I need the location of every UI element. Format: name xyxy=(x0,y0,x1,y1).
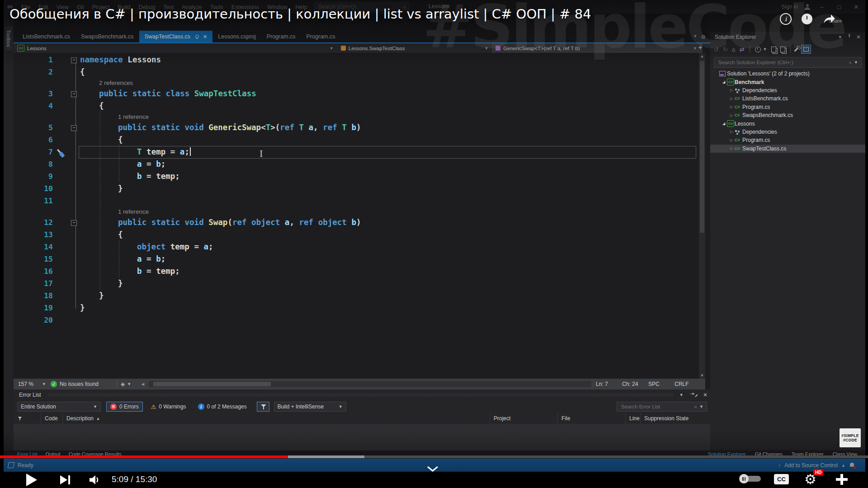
toolbox-tab[interactable]: Toolbox xyxy=(5,26,13,51)
fullscreen-button[interactable] xyxy=(836,474,848,485)
solution-explorer-search-box[interactable]: ⌕ ▼ xyxy=(714,57,862,68)
health-status[interactable]: No issues found xyxy=(60,381,99,387)
quick-actions-screwdriver-icon[interactable] xyxy=(55,148,67,161)
fold-collapse-icon[interactable]: − xyxy=(71,220,77,226)
expander-collapsed-icon[interactable]: ▷ xyxy=(728,97,735,101)
expander-expanded-icon[interactable]: ◢ xyxy=(721,80,727,84)
home-icon[interactable]: ⌂ xyxy=(732,46,736,53)
chevron-down-icon[interactable] xyxy=(427,466,439,474)
scrollbar-thumb[interactable] xyxy=(700,61,704,233)
tab-program-cs[interactable]: Program.cs xyxy=(261,31,301,42)
editor-vertical-scrollbar[interactable]: ▲ ▼ xyxy=(699,53,705,379)
tab-program-cs[interactable]: Program.cs xyxy=(301,31,341,42)
warnings-filter-button[interactable]: ⚠ 0 Warnings xyxy=(147,402,190,412)
expander-collapsed-icon[interactable]: ▷ xyxy=(728,105,735,109)
scroll-up-icon[interactable]: ▲ xyxy=(699,54,705,58)
channel-logo-watermark[interactable]: #SIMPLE #CODE xyxy=(840,428,861,447)
tab-lessons-csproj[interactable]: Lessons.csproj xyxy=(212,31,261,42)
code-line[interactable]: 20 xyxy=(14,314,699,326)
close-icon[interactable]: ✕ xyxy=(203,34,207,40)
pending-changes-filter-icon[interactable] xyxy=(755,47,761,52)
scope-dropdown[interactable]: Entire Solution ▼ xyxy=(17,402,101,412)
errors-filter-button[interactable]: ✕ 0 Errors xyxy=(106,402,143,412)
scrollbar-thumb[interactable] xyxy=(153,382,271,386)
fold-collapse-icon[interactable]: − xyxy=(71,91,77,97)
chevron-down-icon[interactable]: ▼ xyxy=(679,393,684,397)
video-title[interactable]: Обобщения в C# | производительность | ко… xyxy=(9,6,591,22)
tab-swaptestclass-cs[interactable]: SwapTestClass.cs✕ xyxy=(139,31,213,42)
fold-collapse-icon[interactable]: − xyxy=(71,57,77,63)
tree-item-dependencies[interactable]: ▷Dependencies xyxy=(710,128,865,136)
code-line[interactable]: 16b = temp; xyxy=(14,265,699,277)
expander-collapsed-icon[interactable]: ▷ xyxy=(728,113,735,117)
forward-icon[interactable]: ↻ xyxy=(723,46,728,53)
notifications-bell-icon[interactable] xyxy=(849,462,855,469)
code-line[interactable]: 2{ xyxy=(14,66,699,78)
tree-item-listsbenchmark-cs[interactable]: ▷C#ListsBenchmark.cs xyxy=(710,94,865,103)
code-line[interactable]: 9b = temp; xyxy=(14,170,699,183)
error-list-body[interactable] xyxy=(14,424,712,450)
code-line[interactable]: 4{ xyxy=(14,100,699,112)
captions-button[interactable]: CC xyxy=(774,474,789,484)
tree-item-program-cs[interactable]: ▷C#Program.cs xyxy=(710,136,865,144)
expander-collapsed-icon[interactable]: ▷ xyxy=(728,146,735,150)
tree-item-swaptestclass-cs[interactable]: ▷C#SwapTestClass.cs xyxy=(710,145,865,153)
pin-icon[interactable]: 📌︎╹ xyxy=(688,389,699,400)
video-progress-bar[interactable] xyxy=(0,455,868,458)
tree-item-swapsbenchmark-cs[interactable]: ▷C#SwapsBenchmark.cs xyxy=(710,111,865,119)
tab-options-gear-icon[interactable]: ⚙ xyxy=(701,34,706,40)
chevron-down-icon[interactable]: ▼ xyxy=(693,34,697,40)
scroll-down-icon[interactable]: ▼ xyxy=(699,373,705,378)
user-avatar-icon[interactable] xyxy=(804,4,810,10)
play-button[interactable] xyxy=(26,474,37,486)
code-line[interactable]: 7T temp = a; xyxy=(14,146,699,158)
add-to-source-control-button[interactable]: Add to Source Control xyxy=(784,462,838,469)
code-line[interactable]: 5−public static void GenericSwap<T>(ref … xyxy=(14,122,699,134)
column-header-description[interactable]: Description▲ xyxy=(62,413,490,424)
maximize-button[interactable]: □ xyxy=(834,4,844,10)
split-window-plus-icon[interactable]: + xyxy=(698,44,702,51)
codelens-indicator[interactable]: 2 references xyxy=(14,78,699,88)
code-line[interactable]: 8a = b; xyxy=(14,158,699,170)
code-line[interactable]: 15a = b; xyxy=(14,253,699,265)
breadcrumb-project[interactable]: C# Lessons ▼ xyxy=(14,43,337,53)
copy-path-icon[interactable] xyxy=(780,47,785,52)
scroll-left-icon[interactable]: ◀ xyxy=(141,382,144,386)
minimize-button[interactable]: – xyxy=(816,4,827,10)
breadcrumb-member[interactable]: GenericSwap<T>(ref T a, ref T b) ▼ xyxy=(492,43,703,53)
code-line[interactable]: 6{ xyxy=(14,134,699,146)
code-line[interactable]: 12−public static void Swap(ref object a,… xyxy=(14,216,699,229)
code-line[interactable]: 13{ xyxy=(14,229,699,241)
solution-explorer-search-input[interactable] xyxy=(717,59,849,66)
pin-icon[interactable] xyxy=(194,34,199,39)
show-all-files-icon[interactable] xyxy=(771,47,776,52)
tree-item-solution-lessons-2-of-2-projects-[interactable]: Solution 'Lessons' (2 of 2 projects) xyxy=(710,70,865,78)
editor-horizontal-scrollbar[interactable] xyxy=(149,381,591,387)
column-header-suppression-state[interactable]: Suppression State xyxy=(640,413,702,424)
tree-item-lessons[interactable]: ◢C#Lessons xyxy=(710,119,865,127)
tree-item-benchmark[interactable]: ◢C#Benchmark xyxy=(710,78,865,86)
sign-in-link[interactable]: Sign in xyxy=(781,4,798,10)
zoom-control[interactable]: 157 % ▼ xyxy=(14,381,51,387)
close-button[interactable]: ✕ xyxy=(851,4,862,10)
tab-swapsbenchmark-cs[interactable]: SwapsBenchmark.cs xyxy=(75,31,139,42)
volume-button[interactable] xyxy=(89,474,101,487)
diff-indicator-icon[interactable]: ◈ xyxy=(121,381,125,387)
expander-collapsed-icon[interactable]: ▷ xyxy=(728,88,735,92)
code-editor[interactable]: 1−namespace Lessons2{2 references3−publi… xyxy=(14,53,699,379)
next-button[interactable] xyxy=(60,475,72,484)
expander-collapsed-icon[interactable]: ▷ xyxy=(728,138,735,142)
column-header-line[interactable]: Line xyxy=(625,413,640,424)
messages-filter-button[interactable]: i 0 of 2 Messages xyxy=(194,402,250,412)
code-line[interactable]: 11 xyxy=(14,195,699,207)
sync-with-active-document-icon[interactable]: ⇄ xyxy=(740,46,745,53)
properties-wrench-icon[interactable] xyxy=(794,47,798,52)
source-dropdown[interactable]: Build + IntelliSense ▼ xyxy=(274,402,346,412)
collapse-all-button[interactable]: − xyxy=(801,45,811,54)
codelens-indicator[interactable]: 1 reference xyxy=(14,112,699,122)
codelens-indicator[interactable]: 1 reference xyxy=(14,207,699,216)
error-search-input[interactable] xyxy=(620,404,694,410)
code-line[interactable]: 10} xyxy=(14,183,699,195)
chevron-down-icon[interactable]: ▼ xyxy=(838,35,842,39)
filter-button[interactable] xyxy=(257,402,269,412)
